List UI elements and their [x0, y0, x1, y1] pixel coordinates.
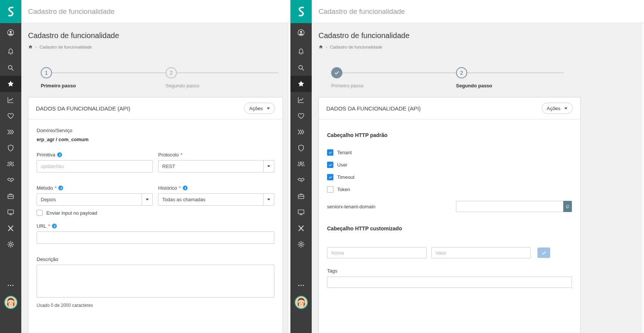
- step-2-label: Segundo passo: [456, 83, 492, 88]
- sidebar-item-partners[interactable]: [290, 172, 312, 188]
- sidebar-spacer: [290, 252, 312, 277]
- check-icon: [329, 175, 332, 179]
- sidebar-item-favorites[interactable]: [0, 76, 21, 92]
- user-avatar[interactable]: [295, 296, 308, 309]
- protocolo-dropdown-button[interactable]: [263, 160, 274, 172]
- url-input[interactable]: [37, 231, 274, 244]
- sidebar-item-shortcuts[interactable]: [0, 124, 21, 140]
- sidebar-item-search[interactable]: [0, 60, 21, 76]
- stepper-line: [177, 72, 278, 73]
- tenant-checkbox[interactable]: [327, 149, 333, 156]
- required-asterisk: *: [179, 185, 181, 191]
- step-2-label: Segundo passo: [166, 83, 199, 88]
- sidebar-item-search[interactable]: [290, 60, 312, 76]
- sidebar-item-notifications[interactable]: [290, 44, 312, 60]
- custom-header-value-input[interactable]: [431, 247, 531, 258]
- custom-header-name-input[interactable]: [327, 247, 426, 258]
- sidebar-item-close[interactable]: [0, 220, 21, 236]
- sidebar-item-close[interactable]: [290, 220, 312, 236]
- tenant-domain-input[interactable]: [456, 201, 564, 212]
- app-logo[interactable]: [0, 0, 21, 23]
- checkbox-row-tenant[interactable]: Tenant: [327, 149, 572, 156]
- payload-checkbox[interactable]: [37, 210, 43, 216]
- protocolo-select: [158, 160, 274, 172]
- sidebar-item-settings[interactable]: [290, 236, 312, 252]
- form-card: DADOS DA FUNCIONALIDADE (API) Ações Domí…: [28, 97, 283, 333]
- step-1-circle[interactable]: 1: [41, 67, 52, 78]
- sidebar-item-health[interactable]: [0, 108, 21, 124]
- home-icon[interactable]: [318, 44, 323, 49]
- metodo-input[interactable]: [37, 193, 142, 206]
- url-field: URL *: [37, 223, 274, 244]
- users-icon: [297, 160, 305, 168]
- sidebar-item-more[interactable]: [290, 277, 312, 293]
- card-header: DADOS DA FUNCIONALIDADE (API) Ações: [319, 97, 580, 119]
- payload-checkbox-row[interactable]: Enviar input no payload: [37, 210, 274, 216]
- copy-button[interactable]: [563, 201, 572, 212]
- breadcrumb-separator: ›: [326, 45, 327, 49]
- home-icon[interactable]: [28, 44, 33, 49]
- step-2-circle[interactable]: 2: [166, 67, 177, 78]
- descricao-textarea[interactable]: [37, 265, 274, 298]
- historico-input[interactable]: [158, 193, 264, 206]
- app-logo[interactable]: [290, 0, 312, 23]
- historico-dropdown-button[interactable]: [263, 193, 274, 206]
- breadcrumb: › Cadastro de funcionalidade: [28, 44, 290, 49]
- user-checkbox[interactable]: [327, 162, 333, 168]
- check-icon: [329, 163, 332, 167]
- heart-icon: [7, 112, 15, 120]
- scrollbar[interactable]: [288, 23, 290, 333]
- checkbox-row-user[interactable]: User: [327, 162, 572, 168]
- http-header-checkbox-list: Tenant User Timeout: [327, 149, 572, 193]
- protocolo-input[interactable]: [158, 160, 264, 172]
- sidebar-item-account[interactable]: [0, 25, 21, 41]
- metodo-dropdown-button[interactable]: [142, 193, 153, 206]
- check-icon: [329, 151, 332, 155]
- add-header-confirm-button[interactable]: [537, 248, 550, 258]
- sidebar-item-shortcuts[interactable]: [290, 124, 312, 140]
- step-1-circle-done[interactable]: [331, 67, 342, 78]
- checkbox-row-token[interactable]: Token: [327, 186, 572, 193]
- info-icon[interactable]: [58, 186, 63, 190]
- primitiva-field: Primitiva: [37, 152, 153, 172]
- sidebar-item-account[interactable]: [290, 25, 312, 41]
- sidebar-item-notifications[interactable]: [0, 44, 21, 60]
- scrollbar[interactable]: [641, 23, 644, 333]
- window-title: Cadastro de funcionalidade: [28, 7, 114, 16]
- sidebar-item-jobs[interactable]: [290, 188, 312, 204]
- page-title: Cadastro de funcionalidade: [28, 31, 290, 40]
- ellipsis-icon: [297, 281, 305, 289]
- historico-label: Histórico: [158, 185, 177, 191]
- checkbox-row-timeout[interactable]: Timeout: [327, 174, 572, 180]
- primitiva-input[interactable]: [37, 160, 153, 172]
- sidebar-item-jobs[interactable]: [0, 188, 21, 204]
- sidebar-item-health[interactable]: [290, 108, 312, 124]
- sidebar-item-analytics[interactable]: [290, 92, 312, 108]
- senior-logo-icon: [5, 6, 16, 17]
- actions-dropdown-button[interactable]: Ações: [542, 103, 573, 114]
- tags-input[interactable]: [327, 277, 572, 288]
- info-icon[interactable]: [183, 186, 188, 190]
- info-icon[interactable]: [57, 152, 62, 157]
- step-2-circle[interactable]: 2: [456, 67, 467, 78]
- timeout-checkbox[interactable]: [327, 174, 333, 180]
- default-header-title: Cabeçalho HTTP padrão: [327, 132, 572, 138]
- sidebar-item-analytics[interactable]: [0, 92, 21, 108]
- user-avatar[interactable]: [4, 296, 18, 309]
- sidebar-item-security[interactable]: [0, 140, 21, 156]
- sidebar-item-favorites[interactable]: [290, 76, 312, 92]
- sidebar-item-settings[interactable]: [0, 236, 21, 252]
- info-icon[interactable]: [52, 224, 57, 228]
- sidebar-item-workstation[interactable]: [0, 204, 21, 220]
- sidebar: [290, 23, 312, 333]
- sidebar-item-partners[interactable]: [0, 172, 21, 188]
- sidebar-item-security[interactable]: [290, 140, 312, 156]
- token-checkbox[interactable]: [327, 186, 333, 193]
- sidebar-item-workstation[interactable]: [290, 204, 312, 220]
- actions-dropdown-button[interactable]: Ações: [244, 103, 275, 114]
- check-icon: [542, 250, 546, 255]
- descricao-field: Descrição: [37, 256, 274, 299]
- sidebar-item-more[interactable]: [0, 277, 21, 293]
- sidebar-item-people[interactable]: [290, 156, 312, 172]
- sidebar-item-people[interactable]: [0, 156, 21, 172]
